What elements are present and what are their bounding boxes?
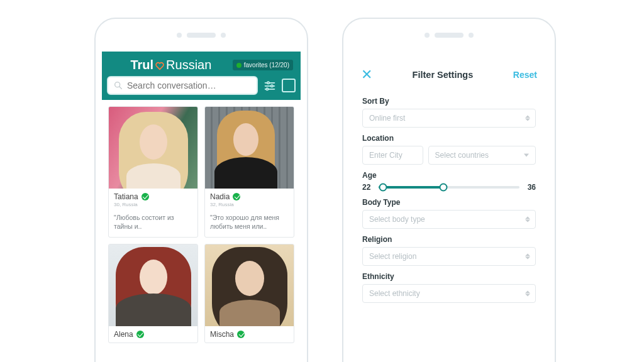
verified-icon: [233, 193, 240, 200]
profile-quote: "Это хорошо для меня любить меня или..: [210, 213, 289, 231]
filter-sliders-button[interactable]: [262, 77, 278, 94]
ethnicity-placeholder: Select ethnicity: [369, 289, 420, 298]
screen-left: Trul Russian favorites (12/20): [102, 52, 301, 362]
city-input[interactable]: Enter City: [362, 146, 423, 165]
speaker-bar: [425, 33, 474, 38]
profile-photo: [109, 244, 197, 326]
svg-point-0: [115, 82, 120, 87]
religion-label: Religion: [362, 235, 536, 244]
select-toggle-button[interactable]: [282, 79, 296, 92]
screen-right: ✕ Filter Settings Reset Sort By Online f…: [350, 52, 548, 362]
stepper-icon: [525, 254, 530, 260]
reset-button[interactable]: Reset: [513, 70, 537, 80]
profile-name: Alena: [114, 330, 133, 339]
heart-icon: [155, 60, 165, 70]
age-max: 36: [525, 183, 536, 192]
svg-point-7: [266, 88, 268, 90]
slider-track[interactable]: [379, 186, 519, 189]
app-header: Trul Russian favorites (12/20): [102, 52, 301, 100]
sort-by-value: Online first: [369, 114, 405, 123]
ethnicity-select[interactable]: Select ethnicity: [362, 284, 536, 303]
search-input-wrap[interactable]: [107, 76, 258, 95]
countries-placeholder: Select countries: [435, 151, 489, 160]
sort-by-select[interactable]: Online first: [362, 109, 536, 128]
body-type-select[interactable]: Select body type: [362, 210, 536, 229]
profile-grid: Tatiana 30, Russia "Любовь состоит из та…: [102, 100, 301, 349]
religion-placeholder: Select religion: [369, 252, 416, 261]
svg-point-5: [267, 82, 269, 84]
profile-card[interactable]: Mischa: [204, 244, 294, 343]
chevron-down-icon: [524, 154, 529, 157]
device-frame-left: Trul Russian favorites (12/20): [94, 18, 308, 362]
countries-select[interactable]: Select countries: [428, 146, 536, 165]
ethnicity-label: Ethnicity: [362, 272, 536, 281]
brand-suffix: Russian: [166, 58, 211, 72]
profile-photo: [205, 107, 294, 189]
brand-logo: Trul Russian: [109, 58, 233, 72]
verified-icon: [142, 193, 149, 200]
location-label: Location: [362, 134, 536, 143]
filter-title: Filter Settings: [413, 70, 474, 80]
body-type-placeholder: Select body type: [369, 215, 425, 224]
profile-name: Mischa: [210, 330, 234, 339]
stepper-icon: [525, 291, 530, 297]
online-dot-icon: [236, 63, 242, 68]
verified-icon: [237, 331, 245, 338]
profile-card[interactable]: Nadia 32, Russia "Это хорошо для меня лю…: [204, 106, 294, 238]
profile-card[interactable]: Tatiana 30, Russia "Любовь состоит из та…: [108, 106, 198, 238]
age-label: Age: [362, 171, 536, 180]
favorites-badge[interactable]: favorites (12/20): [233, 60, 293, 70]
profile-card[interactable]: Alena: [108, 244, 198, 343]
profile-meta: 32, Russia: [210, 202, 289, 207]
favorites-label: favorites (12/20): [244, 62, 289, 69]
body-type-label: Body Type: [362, 198, 536, 207]
search-input[interactable]: [127, 80, 252, 90]
profile-photo: [109, 107, 197, 189]
profile-name: Tatiana: [114, 192, 138, 201]
profile-photo: [205, 244, 294, 326]
filter-body: Sort By Online first Location Enter City…: [350, 88, 548, 305]
speaker-bar: [177, 33, 226, 38]
profile-meta: 30, Russia: [114, 202, 192, 207]
svg-point-6: [271, 85, 273, 87]
verified-icon: [136, 331, 144, 338]
slider-fill: [379, 186, 443, 189]
slider-knob-max[interactable]: [440, 184, 448, 192]
city-placeholder: Enter City: [369, 151, 402, 160]
close-icon[interactable]: ✕: [361, 68, 372, 82]
stepper-icon: [525, 116, 530, 121]
slider-knob-min[interactable]: [379, 184, 387, 192]
filter-header: ✕ Filter Settings Reset: [350, 58, 548, 88]
age-min: 22: [362, 183, 374, 192]
stepper-icon: [525, 217, 530, 222]
sort-by-label: Sort By: [362, 97, 536, 106]
svg-line-1: [119, 87, 121, 89]
age-range-slider[interactable]: 22 36: [362, 183, 536, 192]
device-frame-right: ✕ Filter Settings Reset Sort By Online f…: [342, 18, 556, 362]
search-icon: [113, 80, 123, 90]
profile-name: Nadia: [210, 192, 230, 201]
brand-prefix: Trul: [130, 58, 153, 72]
religion-select[interactable]: Select religion: [362, 247, 536, 266]
profile-quote: "Любовь состоит из тайны и..: [114, 213, 192, 231]
